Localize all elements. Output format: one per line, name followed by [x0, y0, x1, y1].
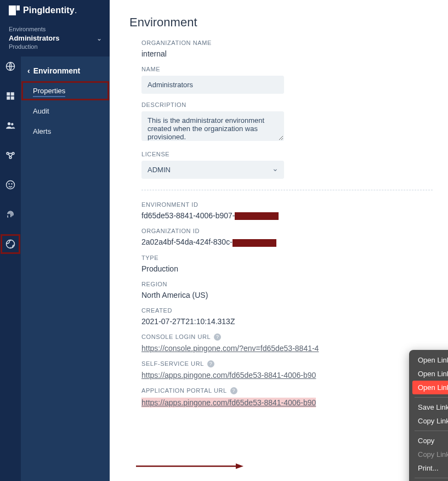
ctx-open-new-tab[interactable]: Open Link in New Tab: [412, 353, 448, 367]
env-selector-label: Environments: [9, 25, 59, 33]
value-env-id: fd65de53-8841-4006-b907-: [141, 211, 433, 220]
svg-rect-14: [9, 5, 16, 15]
svg-point-10: [7, 181, 15, 189]
env-selector-type: Production: [9, 43, 59, 51]
textarea-description[interactable]: [141, 111, 284, 141]
icon-rail: [0, 0, 21, 481]
ctx-separator: [415, 397, 448, 398]
nav-item-properties[interactable]: Properties: [21, 81, 110, 101]
label-org-id: ORGANIZATION ID: [141, 228, 433, 234]
label-license: LICENSE: [141, 151, 433, 157]
select-license[interactable]: ADMIN: [141, 161, 284, 179]
label-region: REGION: [141, 281, 433, 287]
help-icon[interactable]: ?: [214, 333, 221, 341]
integrations-icon[interactable]: [4, 149, 16, 161]
svg-point-13: [7, 240, 15, 248]
section-title: Environment: [33, 66, 81, 75]
environment-selector[interactable]: Environments Administrators Production ⌄: [0, 23, 110, 56]
page-title: Environment: [129, 15, 433, 30]
users-icon[interactable]: [4, 120, 16, 132]
value-type: Production: [141, 264, 433, 273]
fingerprint-icon[interactable]: [4, 208, 16, 220]
brand-logo: PingIdentity.: [5, 5, 104, 15]
sidebar: PingIdentity. Environments Administrator…: [21, 0, 110, 481]
label-org-name: ORGANIZATION NAME: [141, 39, 433, 46]
svg-rect-1: [7, 92, 10, 95]
chevron-down-icon: ⌄: [97, 35, 104, 42]
value-region: North America (US): [141, 291, 433, 299]
help-icon[interactable]: ?: [230, 387, 237, 394]
svg-rect-2: [11, 92, 14, 95]
face-icon[interactable]: [4, 179, 16, 191]
label-created: CREATED: [141, 307, 433, 314]
svg-rect-3: [7, 97, 10, 100]
context-menu: Open Link in New Tab Open Link in New Wi…: [409, 350, 448, 481]
svg-point-9: [9, 156, 12, 159]
section-header[interactable]: ‹ Environment: [21, 56, 110, 81]
redaction: [232, 239, 276, 247]
label-description: DESCRIPTION: [141, 101, 433, 108]
ctx-copy-link-address[interactable]: Copy Link Address: [412, 414, 448, 428]
label-env-id: ENVIRONMENT ID: [141, 201, 433, 208]
value-org-name: internal: [141, 49, 433, 58]
link-self-service-url[interactable]: https://apps.pingone.com/fd65de53-8841-4…: [141, 371, 433, 380]
value-created: 2021-07-27T21:10:14.313Z: [141, 317, 433, 326]
label-console-url: CONSOLE LOGIN URL ?: [141, 333, 433, 341]
brand-bar: PingIdentity.: [0, 0, 110, 23]
nav-item-alerts[interactable]: Alerts: [21, 121, 110, 142]
svg-rect-15: [16, 5, 20, 10]
redaction: [235, 212, 279, 220]
label-self-service-url: SELF-SERVICE URL ?: [141, 360, 433, 367]
svg-marker-17: [236, 463, 243, 469]
globe-icon[interactable]: [4, 60, 16, 72]
ctx-open-incognito[interactable]: Open Link in Incognito Window: [412, 381, 448, 394]
value-org-id: 2a02a4bf-54da-424f-830c-: [141, 237, 433, 246]
ctx-save-link-as[interactable]: Save Link As...: [412, 400, 448, 414]
divider: [141, 190, 433, 190]
link-app-portal-url[interactable]: https://apps.pingone.com/fd65de53-8841-4…: [141, 398, 316, 408]
help-icon[interactable]: ?: [207, 360, 214, 367]
label-type: TYPE: [141, 254, 433, 261]
chevron-left-icon: ‹: [27, 66, 30, 75]
ctx-separator: [415, 431, 448, 431]
svg-point-11: [9, 184, 9, 184]
label-name: NAME: [141, 66, 433, 72]
svg-rect-4: [11, 97, 14, 100]
grid-icon[interactable]: [4, 90, 16, 102]
svg-point-12: [12, 184, 12, 184]
brand-text: PingIdentity.: [23, 5, 77, 15]
nav-item-audit[interactable]: Audit: [21, 101, 110, 121]
svg-point-5: [8, 122, 10, 125]
main-content: Environment ORGANIZATION NAME internal N…: [110, 0, 448, 481]
ctx-print[interactable]: Print...: [412, 461, 448, 475]
arrow-annotation: [136, 463, 243, 469]
ctx-copy-link-highlight: Copy Link to Highlight: [412, 448, 448, 461]
link-console-url[interactable]: https://console.pingone.com/?env=fd65de5…: [141, 344, 433, 353]
svg-point-6: [11, 123, 13, 125]
ctx-separator: [415, 478, 448, 478]
form-section: ORGANIZATION NAME internal NAME DESCRIPT…: [129, 39, 433, 408]
env-selector-name: Administrators: [9, 33, 59, 43]
world-settings-icon[interactable]: [4, 238, 16, 250]
input-name[interactable]: [141, 76, 284, 94]
ctx-open-new-window[interactable]: Open Link in New Window: [412, 367, 448, 381]
label-app-portal-url: APPLICATION PORTAL URL ?: [141, 387, 433, 394]
ctx-copy[interactable]: Copy: [412, 434, 448, 448]
